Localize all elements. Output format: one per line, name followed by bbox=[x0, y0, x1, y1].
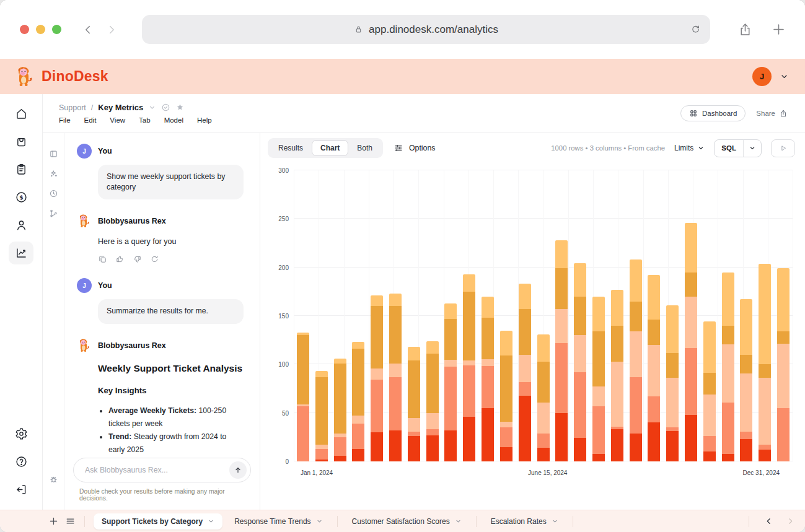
bar-segment-amber bbox=[630, 302, 642, 332]
run-query-button[interactable] bbox=[771, 139, 795, 157]
sidebar-item-settings[interactable] bbox=[9, 422, 33, 445]
bar-segment-red bbox=[408, 436, 420, 461]
menu-view[interactable]: View bbox=[110, 116, 125, 124]
chevron-down-icon[interactable] bbox=[744, 140, 761, 157]
new-tab-icon[interactable] bbox=[771, 22, 786, 37]
bar-segment-salmon bbox=[297, 406, 309, 461]
copy-button[interactable] bbox=[98, 255, 107, 264]
bar-segment-light-amber bbox=[371, 295, 383, 306]
view-tab-both[interactable]: Both bbox=[348, 140, 381, 156]
menu-model[interactable]: Model bbox=[164, 116, 183, 124]
chevron-down-icon[interactable] bbox=[780, 72, 789, 81]
ministrip-history[interactable] bbox=[49, 189, 58, 198]
stacked-bar[interactable] bbox=[371, 295, 383, 461]
thumbs-down-button[interactable] bbox=[133, 255, 142, 264]
minimize-button[interactable] bbox=[36, 25, 45, 34]
sidebar-item-logout[interactable] bbox=[9, 478, 33, 501]
share-page-icon[interactable] bbox=[737, 22, 753, 37]
stacked-bar[interactable] bbox=[482, 297, 494, 461]
stacked-bar[interactable] bbox=[500, 331, 512, 461]
stacked-bar[interactable] bbox=[648, 275, 660, 461]
forward-icon[interactable] bbox=[105, 23, 118, 37]
stacked-bar[interactable] bbox=[666, 305, 679, 461]
stacked-bar[interactable] bbox=[408, 347, 420, 461]
stacked-bar[interactable] bbox=[334, 359, 346, 461]
stacked-bar[interactable] bbox=[685, 223, 697, 461]
ministrip-bug[interactable] bbox=[49, 474, 58, 484]
bar-segment-salmon bbox=[537, 434, 550, 448]
bar-segment-peach bbox=[426, 413, 439, 430]
options-button[interactable]: Options bbox=[394, 143, 435, 153]
sidebar-item-clipboard[interactable] bbox=[9, 158, 33, 181]
dashboard-button[interactable]: Dashboard bbox=[680, 105, 746, 121]
dataset-tab[interactable]: Escalation Rates bbox=[483, 513, 566, 530]
limits-dropdown[interactable]: Limits bbox=[674, 144, 705, 152]
menu-tab[interactable]: Tab bbox=[139, 116, 151, 124]
sql-button[interactable]: SQL bbox=[714, 139, 762, 157]
view-tab-chart[interactable]: Chart bbox=[312, 140, 348, 156]
url-bar[interactable]: app.dinodesk.com/analytics bbox=[142, 15, 710, 44]
stacked-bar[interactable] bbox=[426, 341, 439, 461]
breadcrumb-current[interactable]: Key Metrics bbox=[98, 103, 143, 112]
stacked-bar[interactable] bbox=[722, 273, 734, 461]
dataset-tab[interactable]: Support Tickets by Category bbox=[94, 513, 222, 530]
sidebar-item-home[interactable] bbox=[9, 102, 33, 125]
tab-list-icon[interactable] bbox=[65, 516, 76, 526]
chevron-down-icon[interactable] bbox=[148, 103, 156, 111]
ministrip-flow[interactable] bbox=[49, 209, 58, 218]
send-button[interactable] bbox=[229, 461, 247, 479]
browser-window: app.dinodesk.com/analytics DinoDesk J $ bbox=[0, 0, 805, 532]
view-segmented-control: ResultsChartBoth bbox=[268, 138, 383, 158]
stacked-bar[interactable] bbox=[759, 264, 771, 461]
stacked-bar[interactable] bbox=[630, 259, 642, 461]
add-tab-icon[interactable] bbox=[48, 516, 59, 526]
stacked-bar[interactable] bbox=[740, 299, 752, 461]
menu-file[interactable]: File bbox=[59, 116, 71, 124]
menu-help[interactable]: Help bbox=[197, 116, 212, 124]
breadcrumb-parent[interactable]: Support bbox=[59, 103, 86, 112]
sidebar-item-help[interactable] bbox=[9, 450, 33, 473]
stacked-bar[interactable] bbox=[519, 284, 531, 461]
stacked-bar[interactable] bbox=[611, 290, 623, 461]
hamburger-icon bbox=[65, 516, 76, 526]
user-avatar[interactable]: J bbox=[752, 67, 772, 86]
sidebar-item-billing[interactable]: $ bbox=[9, 186, 33, 209]
dataset-tab[interactable]: Customer Satisfaction Scores bbox=[344, 513, 470, 530]
stacked-bar[interactable] bbox=[592, 297, 605, 461]
close-button[interactable] bbox=[20, 25, 29, 34]
thumbs-up-button[interactable] bbox=[115, 255, 125, 264]
stacked-bar[interactable] bbox=[463, 274, 475, 461]
bar-segment-red bbox=[482, 408, 494, 461]
chat-input[interactable] bbox=[84, 465, 229, 475]
stacked-bar[interactable] bbox=[352, 342, 364, 461]
zoom-button[interactable] bbox=[52, 25, 61, 34]
sidebar-item-shop[interactable] bbox=[9, 130, 33, 153]
stacked-bar[interactable] bbox=[777, 268, 790, 461]
sidebar-item-analytics[interactable] bbox=[9, 242, 33, 264]
play-icon bbox=[778, 144, 788, 153]
chart-panel: ResultsChartBoth Options 1000 rows • 3 c… bbox=[260, 133, 805, 510]
reload-icon[interactable] bbox=[690, 24, 701, 35]
chevron-left-icon[interactable] bbox=[764, 517, 773, 526]
ministrip-panel[interactable] bbox=[49, 149, 58, 159]
stacked-bar[interactable] bbox=[703, 321, 716, 461]
stacked-bar[interactable] bbox=[389, 294, 402, 461]
regenerate-button[interactable] bbox=[150, 255, 159, 264]
back-icon[interactable] bbox=[81, 23, 95, 37]
view-tab-results[interactable]: Results bbox=[270, 140, 312, 156]
sidebar-item-customers[interactable] bbox=[9, 214, 33, 237]
bar-segment-amber bbox=[482, 318, 494, 359]
ministrip-sparkles[interactable] bbox=[49, 169, 58, 178]
dataset-tab[interactable]: Response Time Trends bbox=[226, 513, 330, 530]
stacked-bar[interactable] bbox=[444, 303, 457, 461]
star-icon[interactable] bbox=[175, 103, 185, 112]
chevron-right-icon[interactable] bbox=[786, 517, 795, 526]
stacked-bar[interactable] bbox=[537, 334, 550, 461]
menu-edit[interactable]: Edit bbox=[84, 116, 97, 124]
share-button[interactable]: Share bbox=[756, 109, 788, 118]
stacked-bar[interactable] bbox=[297, 333, 309, 461]
stacked-bar[interactable] bbox=[555, 240, 568, 461]
stacked-bar[interactable] bbox=[574, 263, 586, 461]
assistant-avatar bbox=[77, 338, 92, 353]
stacked-bar[interactable] bbox=[315, 371, 328, 461]
